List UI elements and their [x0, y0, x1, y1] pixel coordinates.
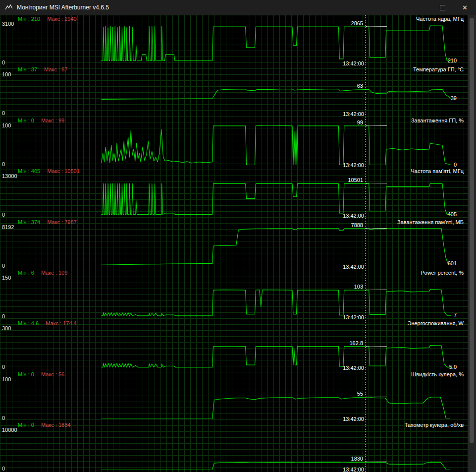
- minmax-header: Мін : 0 Макс : 56: [18, 371, 64, 377]
- current-value-label: 63: [357, 83, 363, 89]
- graph-plot[interactable]: [0, 176, 468, 216]
- minmax-header: Мін : 6 Макс : 109: [18, 270, 67, 276]
- current-value-line: [366, 89, 387, 89]
- minmax-header: Мін : 405 Макс : 10501: [18, 168, 80, 174]
- current-value-label: 103: [354, 284, 363, 290]
- maximize-button[interactable]: [431, 0, 454, 15]
- panel-title: Швидкість кулера, %: [411, 371, 464, 377]
- current-value-label: 2865: [351, 20, 363, 26]
- panel-memory-clock: Мін : 405 Макс : 10501 Частота пам'яті, …: [0, 167, 468, 218]
- current-value-label: 99: [357, 119, 363, 125]
- minmax-header: Мін : 0 Макс : 99: [18, 118, 64, 123]
- panel-title: Энергоспоживання, W: [408, 320, 464, 326]
- panel-gpu-temp: Мін : 37 Макс : 67 Температура ГП, °C 10…: [0, 65, 468, 117]
- max-value-label: Макс : 174.4: [46, 320, 77, 326]
- end-value-label: 39: [451, 95, 457, 101]
- graph-plot[interactable]: [0, 328, 468, 368]
- min-value-label: Мін : 210: [18, 16, 40, 22]
- scrollbar[interactable]: [468, 15, 476, 472]
- panel-title: Power percent, %: [421, 270, 464, 276]
- app-icon: [5, 3, 13, 11]
- min-value-label: Мін : 405: [18, 168, 40, 174]
- graph-plot[interactable]: [0, 125, 468, 165]
- graph-plot[interactable]: [0, 227, 468, 267]
- min-value-label: Мін : 0: [18, 118, 34, 123]
- min-value-label: Мін : 0: [18, 422, 34, 428]
- minmax-header: Мін : 4.6 Макс : 174.4: [18, 320, 77, 326]
- scrollbar-thumb[interactable]: [470, 18, 474, 443]
- minmax-header: Мін : 374 Макс : 7987: [18, 219, 77, 225]
- panel-title: Завантаження ГП, %: [411, 118, 464, 123]
- min-value-label: Мін : 374: [18, 219, 40, 225]
- panel-power-percent: Мін : 6 Макс : 109 Power percent, % 150 …: [0, 269, 468, 320]
- minmax-header: Мін : 37 Макс : 67: [18, 66, 67, 72]
- max-value-label: Макс : 7987: [47, 219, 76, 225]
- max-value-label: Макс : 99: [41, 118, 64, 123]
- panel-title: Тахометр кулера, об/хв: [405, 422, 464, 428]
- max-value-label: Макс : 1884: [41, 422, 70, 428]
- window-title: Моніторинг MSI Afterburner v4.6.5: [17, 4, 109, 11]
- graph-plot[interactable]: [0, 278, 468, 317]
- panel-memory-usage: Мін : 374 Макс : 7987 Завантаження пам'я…: [0, 218, 468, 269]
- graph-plot[interactable]: [0, 379, 468, 419]
- minmax-header: Мін : 210 Макс : 2940: [18, 16, 77, 22]
- panel-title: Температура ГП, °C: [413, 66, 464, 72]
- monitor-graph-area: Мін : 210 Макс : 2940 Частота ядра, МГц …: [0, 15, 468, 472]
- maximize-icon: [440, 5, 445, 10]
- panel-title: Завантаження пам'яті, МБ: [397, 219, 464, 225]
- close-button[interactable]: ✕: [454, 0, 476, 15]
- panel-power-watts: Мін : 4.6 Макс : 174.4 Энергоспоживання,…: [0, 319, 468, 370]
- max-value-label: Макс : 56: [41, 371, 64, 377]
- max-value-label: Макс : 10501: [47, 168, 80, 174]
- current-value-label: 7888: [351, 222, 363, 228]
- current-value-line: [366, 290, 387, 290]
- graph-plot[interactable]: [0, 430, 468, 470]
- current-value-line: [366, 26, 387, 27]
- min-value-label: Мін : 4.6: [18, 320, 39, 326]
- end-value-label: 601: [448, 260, 457, 266]
- panel-title: Частота пам'яті, МГц: [411, 168, 464, 174]
- time-marker-line: [365, 15, 366, 472]
- current-value-label: 1830: [351, 456, 363, 462]
- panel-fan-speed: Мін : 0 Макс : 56 Швидкість кулера, % 10…: [0, 370, 468, 421]
- end-value-label: 405: [448, 211, 457, 217]
- current-value-line: [366, 228, 387, 229]
- min-value-label: Мін : 0: [18, 371, 34, 377]
- max-value-label: Макс : 109: [41, 270, 67, 276]
- current-value-label: 162.8: [349, 340, 363, 346]
- current-value-label: 55: [357, 391, 363, 397]
- max-value-label: Макс : 67: [44, 66, 67, 72]
- min-value-label: Мін : 6: [18, 270, 34, 276]
- max-value-label: Макс : 2940: [47, 16, 76, 22]
- end-value-label: 5.0: [449, 364, 457, 370]
- current-value-line: [366, 397, 387, 397]
- graph-plot[interactable]: [0, 24, 468, 63]
- current-value-line: [366, 125, 387, 126]
- time-label: 13:42:00: [343, 467, 364, 472]
- min-value-label: Мін : 37: [18, 66, 37, 72]
- current-value-line: [366, 346, 387, 347]
- current-value-line: [366, 183, 387, 183]
- end-value-label: 7: [454, 312, 457, 318]
- panel-core-clock: Мін : 210 Макс : 2940 Частота ядра, МГц …: [0, 15, 468, 66]
- close-icon: ✕: [462, 4, 468, 11]
- minmax-header: Мін : 0 Макс : 1884: [18, 422, 70, 428]
- afterburner-monitor-window: Моніторинг MSI Afterburner v4.6.5 ✕ Мін …: [0, 0, 476, 472]
- graph-plot[interactable]: [0, 74, 468, 114]
- current-value-line: [366, 462, 387, 462]
- panel-title: Частота ядра, МГц: [416, 16, 464, 22]
- panel-gpu-usage: Мін : 0 Макс : 99 Завантаження ГП, % 100…: [0, 117, 468, 168]
- current-value-label: 10501: [348, 177, 363, 183]
- panel-fan-tachometer: Мін : 0 Макс : 1884 Тахометр кулера, об/…: [0, 421, 468, 472]
- end-value-label: 210: [448, 58, 457, 63]
- titlebar[interactable]: Моніторинг MSI Afterburner v4.6.5 ✕: [0, 0, 476, 15]
